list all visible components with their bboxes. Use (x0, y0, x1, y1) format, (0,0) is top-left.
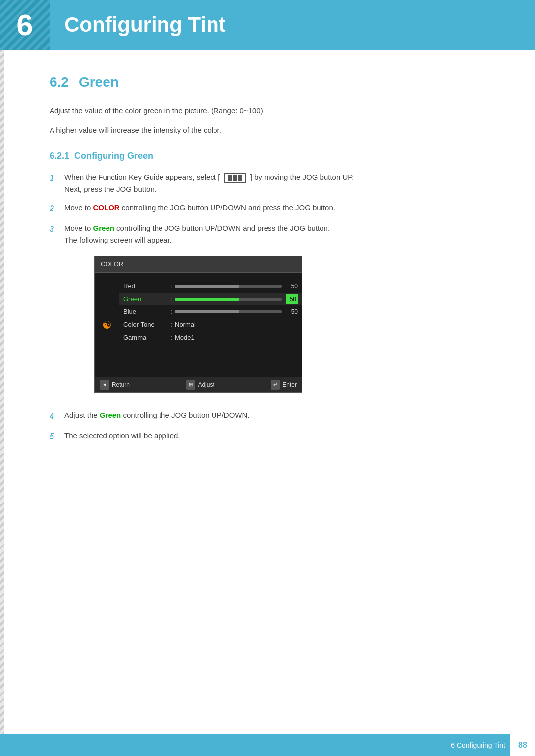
blue-slider (175, 310, 282, 313)
step-5: 5 The selected option will be applied. (50, 430, 495, 443)
color-menu-box: COLOR ☯ Red : (94, 256, 302, 393)
blue-number: 50 (286, 307, 298, 317)
color-row-green: Green : 50 (119, 293, 302, 305)
green-slider (175, 298, 282, 301)
color-row-red: Red : 50 (119, 280, 302, 293)
steps-list: 1 When the Function Key Guide appears, s… (50, 171, 495, 443)
step-3-number: 3 (50, 222, 64, 236)
red-sep: : (168, 281, 175, 292)
red-number: 50 (286, 282, 298, 291)
color-row-tone: Color Tone : Normal (119, 318, 302, 331)
chapter-number: 6 (16, 8, 33, 42)
color-row-blue: Blue : 50 (119, 305, 302, 318)
red-slider (175, 285, 282, 288)
green-number: 50 (286, 294, 298, 304)
tone-value: Normal (175, 320, 298, 330)
red-value: 50 (175, 282, 298, 291)
section-number: 6.2 (50, 74, 69, 90)
gamma-label: Gamma (123, 333, 168, 343)
enter-label: Enter (282, 380, 297, 390)
icon-bar-2 (233, 175, 237, 181)
return-label: Return (112, 380, 130, 390)
gamma-value: Mode1 (175, 333, 298, 343)
left-stripe-decoration (0, 50, 4, 756)
chapter-header: 6 Configuring Tint (0, 0, 535, 50)
color-menu-footer: ◄ Return ⊞ Adjust ↵ Enter (95, 377, 302, 392)
step-1-content: When the Function Key Guide appears, sel… (64, 171, 495, 195)
green-label: Green (123, 294, 168, 304)
tone-sep: : (168, 320, 175, 330)
main-content: 6.2Green Adjust the value of the color g… (0, 50, 535, 490)
description-2: A higher value will increase the intensi… (50, 124, 495, 136)
step-5-number: 5 (50, 430, 64, 443)
step-4-content: Adjust the Green controlling the JOG but… (64, 409, 495, 421)
chapter-number-box: 6 (0, 0, 50, 50)
jog-icon (224, 173, 246, 183)
step-2-number: 2 (50, 202, 64, 215)
footer-enter: ↵ Enter (271, 380, 297, 390)
gamma-sep: : (168, 333, 175, 343)
step-3-content: Move to Green controlling the JOG button… (64, 222, 495, 403)
return-icon: ◄ (100, 380, 109, 390)
subsection-title: Configuring Green (74, 151, 153, 161)
gamma-text: Mode1 (175, 333, 195, 343)
footer-adjust: ⊞ Adjust (186, 380, 214, 390)
color-menu-screenshot: COLOR ☯ Red : (94, 256, 302, 393)
tone-text: Normal (175, 320, 196, 330)
section-title: Green (79, 74, 119, 90)
color-highlight: COLOR (93, 203, 120, 212)
green-value: 50 (175, 294, 298, 304)
step-4: 4 Adjust the Green controlling the JOG b… (50, 409, 495, 423)
description-1: Adjust the value of the color green in t… (50, 105, 495, 117)
blue-fill (175, 310, 239, 313)
icon-bar-3 (238, 175, 242, 181)
subsection-number: 6.2.1 (50, 151, 69, 161)
tone-label: Color Tone (123, 320, 168, 330)
adjust-icon: ⊞ (186, 380, 195, 390)
step-2: 2 Move to COLOR controlling the JOG butt… (50, 202, 495, 215)
spacer-row-1 (119, 344, 302, 357)
step-1: 1 When the Function Key Guide appears, s… (50, 171, 495, 195)
red-fill (175, 285, 239, 288)
step-4-number: 4 (50, 409, 64, 423)
green-highlight-3: Green (93, 224, 114, 232)
step-2-content: Move to COLOR controlling the JOG button… (64, 202, 495, 214)
footer-return: ◄ Return (100, 380, 130, 390)
subsection-heading: 6.2.1 Configuring Green (50, 151, 495, 161)
green-highlight-4: Green (100, 411, 121, 419)
monitor-icon: ☯ (95, 278, 119, 372)
footer-chapter-text: 6 Configuring Tint (451, 741, 510, 749)
color-menu-body: ☯ Red : 50 (95, 273, 302, 377)
page-footer: 6 Configuring Tint 88 (0, 734, 535, 756)
chapter-title: Configuring Tint (50, 13, 226, 37)
color-row-gamma: Gamma : Mode1 (119, 331, 302, 344)
spacer-row-2 (119, 357, 302, 370)
blue-label: Blue (123, 307, 168, 317)
color-menu-title: COLOR (95, 256, 302, 273)
step-3: 3 Move to Green controlling the JOG butt… (50, 222, 495, 403)
adjust-label: Adjust (198, 380, 214, 390)
green-sep: : (168, 294, 175, 304)
blue-sep: : (168, 307, 175, 317)
step-5-content: The selected option will be applied. (64, 430, 495, 442)
icon-bar-1 (228, 175, 232, 181)
section-heading: 6.2Green (50, 74, 495, 90)
red-label: Red (123, 281, 168, 292)
enter-icon: ↵ (271, 380, 280, 390)
step-1-number: 1 (50, 171, 64, 185)
green-fill (175, 298, 239, 301)
blue-value: 50 (175, 307, 298, 317)
footer-page-number: 88 (510, 734, 535, 756)
color-menu-items: Red : 50 Green : (119, 278, 302, 372)
